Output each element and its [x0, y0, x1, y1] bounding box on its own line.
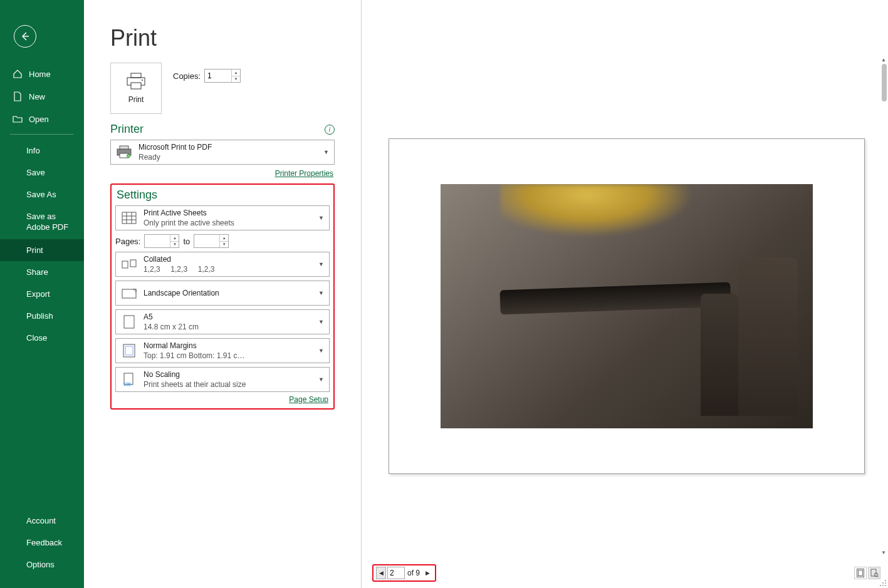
- svg-rect-20: [122, 289, 136, 298]
- scroll-down-icon[interactable]: ▼: [879, 548, 888, 557]
- margins-dropdown[interactable]: Normal Margins Top: 1.91 cm Bottom: 1.91…: [115, 338, 330, 363]
- backstage-content: Print Print Copies: ▲▼: [84, 0, 888, 588]
- landscape-icon: [121, 285, 137, 301]
- vertical-separator: [361, 0, 362, 588]
- svg-point-35: [882, 585, 884, 586]
- svg-point-34: [880, 585, 881, 586]
- nav-open[interactable]: Open: [0, 108, 84, 130]
- svg-rect-7: [131, 83, 141, 89]
- page-title: Print: [110, 25, 157, 51]
- collate-dropdown[interactable]: Collated 1,2,3 1,2,3 1,2,3 ▼: [115, 252, 330, 277]
- nav-info[interactable]: Info: [0, 140, 84, 162]
- margins-icon: [121, 343, 137, 359]
- prev-page-button[interactable]: ◀: [376, 567, 386, 579]
- printer-properties-link[interactable]: Printer Properties: [275, 169, 333, 178]
- svg-rect-19: [130, 260, 136, 267]
- svg-text:100: 100: [123, 382, 131, 386]
- next-page-button[interactable]: ▶: [422, 567, 432, 579]
- chevron-down-icon: ▼: [318, 348, 324, 354]
- pages-from-spinner[interactable]: ▲▼: [144, 234, 179, 248]
- nav-export[interactable]: Export: [0, 283, 84, 305]
- settings-highlight-box: Settings Print Active Sheets Only print …: [110, 183, 335, 410]
- page-setup-link[interactable]: Page Setup: [289, 395, 328, 404]
- paper-size-dropdown[interactable]: A5 14.8 cm x 21 cm ▼: [115, 309, 330, 334]
- nav-close[interactable]: Close: [0, 327, 84, 349]
- backstage-sidebar: Home New Open Info Save Save As Save as …: [0, 0, 84, 588]
- nav-share[interactable]: Share: [0, 261, 84, 283]
- svg-point-8: [142, 80, 143, 81]
- print-button[interactable]: Print: [110, 63, 162, 114]
- svg-point-33: [885, 582, 886, 584]
- open-icon: [13, 114, 23, 124]
- resize-grip-icon[interactable]: [879, 579, 887, 587]
- printer-status: Ready: [138, 152, 317, 162]
- copies-input[interactable]: [205, 70, 231, 82]
- pages-to-spinner[interactable]: ▲▼: [194, 234, 229, 248]
- pages-to-input[interactable]: [194, 235, 219, 247]
- copies-up[interactable]: ▲: [232, 70, 240, 76]
- scroll-up-icon[interactable]: ▲: [879, 55, 888, 64]
- nav-save-as[interactable]: Save As: [0, 183, 84, 205]
- printer-dropdown[interactable]: Microsoft Print to PDF Ready ▼: [110, 140, 335, 165]
- chevron-down-icon: ▼: [318, 261, 324, 267]
- home-icon: [13, 69, 23, 79]
- preview-page: [389, 138, 865, 474]
- print-preview-area: [372, 54, 880, 558]
- nav-feedback[interactable]: Feedback: [0, 532, 84, 554]
- nav-print[interactable]: Print: [0, 239, 84, 261]
- svg-point-36: [885, 585, 886, 586]
- pages-from-input[interactable]: [145, 235, 170, 247]
- copies-spinner[interactable]: ▲▼: [204, 69, 241, 83]
- paper-icon: [121, 314, 137, 330]
- printer-name: Microsoft Print to PDF: [138, 142, 317, 152]
- scroll-thumb[interactable]: [882, 64, 887, 101]
- current-page-input[interactable]: [387, 567, 405, 579]
- svg-rect-5: [131, 73, 141, 78]
- back-button[interactable]: [14, 25, 36, 48]
- svg-line-30: [877, 576, 879, 577]
- chevron-down-icon: ▼: [323, 149, 329, 155]
- scaling-icon: 100: [121, 371, 137, 388]
- svg-point-31: [885, 580, 886, 581]
- sheets-icon: [121, 210, 137, 226]
- copies-label: Copies:: [173, 71, 201, 81]
- svg-point-32: [882, 582, 884, 584]
- printer-device-icon: [116, 144, 132, 160]
- printer-icon: [125, 73, 147, 90]
- new-icon: [13, 91, 23, 101]
- settings-section-title: Settings: [117, 188, 330, 202]
- nav-account[interactable]: Account: [0, 510, 84, 532]
- svg-rect-28: [871, 569, 876, 576]
- pages-to-label: to: [183, 237, 190, 246]
- scaling-dropdown[interactable]: 100 No Scaling Print sheets at their act…: [115, 367, 330, 392]
- show-margins-button[interactable]: [854, 567, 867, 579]
- svg-rect-18: [122, 261, 128, 268]
- svg-rect-10: [120, 146, 128, 149]
- printer-info-icon[interactable]: i: [325, 125, 335, 135]
- zoom-to-page-button[interactable]: [868, 567, 880, 579]
- chevron-down-icon: ▼: [318, 319, 324, 325]
- svg-rect-23: [125, 346, 133, 355]
- nav-home[interactable]: Home: [0, 63, 84, 85]
- page-navigator: ◀ of 9 ▶: [372, 564, 436, 582]
- chevron-down-icon: ▼: [318, 215, 324, 221]
- pages-label: Pages:: [115, 237, 140, 246]
- svg-rect-27: [859, 570, 863, 576]
- orientation-dropdown[interactable]: Landscape Orientation ▼: [115, 281, 330, 306]
- nav-divider: [10, 134, 74, 135]
- nav-new[interactable]: New: [0, 85, 84, 108]
- print-what-dropdown[interactable]: Print Active Sheets Only print the activ…: [115, 205, 330, 230]
- preview-footer: ◀ of 9 ▶: [372, 563, 880, 583]
- chevron-down-icon: ▼: [318, 290, 324, 296]
- nav-save-adobe-pdf[interactable]: Save as Adobe PDF: [0, 205, 84, 239]
- preview-scrollbar[interactable]: ▲ ▼: [879, 55, 888, 557]
- nav-save[interactable]: Save: [0, 162, 84, 183]
- printer-section-title: Printer: [110, 123, 144, 136]
- preview-image: [441, 184, 813, 428]
- copies-down[interactable]: ▼: [232, 76, 240, 83]
- nav-options[interactable]: Options: [0, 554, 84, 575]
- svg-rect-13: [122, 212, 136, 224]
- nav-publish[interactable]: Publish: [0, 305, 84, 327]
- print-button-label: Print: [128, 95, 144, 104]
- chevron-down-icon: ▼: [318, 376, 324, 383]
